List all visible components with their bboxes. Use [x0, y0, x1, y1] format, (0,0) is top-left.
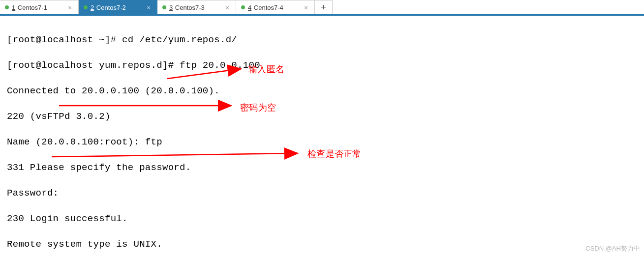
tab-label: 4 Centos7-4	[248, 4, 300, 11]
close-icon[interactable]: ×	[66, 4, 73, 11]
tab-label: 1 Centos7-1	[12, 4, 63, 11]
close-icon[interactable]: ×	[224, 4, 231, 11]
tab-centos7-3[interactable]: 3 Centos7-3 ×	[157, 0, 236, 14]
terminal-line: Remote system type is UNIX.	[7, 238, 637, 251]
terminal-line: [root@localhost ~]# cd /etc/yum.repos.d/	[7, 33, 637, 46]
terminal-line: 220 (vsFTPd 3.0.2)	[7, 110, 637, 123]
tab-bar: 1 Centos7-1 × 2 Centos7-2 × 3 Centos7-3 …	[0, 0, 644, 16]
tab-centos7-1[interactable]: 1 Centos7-1 ×	[0, 0, 79, 14]
arrow-icon	[59, 102, 236, 109]
watermark: CSDN @AH努力中	[585, 244, 640, 253]
status-dot-icon	[162, 5, 166, 9]
terminal-line: Name (20.0.0.100:root): ftp	[7, 136, 637, 148]
tab-label: 3 Centos7-3	[169, 4, 221, 11]
annotation-check-normal: 检查是否正常	[307, 147, 362, 160]
tab-label: 2 Centos7-2	[91, 4, 142, 11]
terminal-line: Connected to 20.0.0.100 (20.0.0.100).	[7, 85, 637, 97]
terminal-line: 230 Login successful.	[7, 212, 637, 225]
terminal-line: 331 Please specify the password.	[7, 161, 637, 174]
close-icon[interactable]: ×	[145, 4, 152, 11]
terminal-line: [root@localhost yum.repos.d]# ftp 20.0.0…	[7, 59, 637, 72]
add-tab-button[interactable]: +	[315, 0, 333, 14]
tab-centos7-4[interactable]: 4 Centos7-4 ×	[236, 0, 315, 14]
arrow-icon	[52, 151, 303, 158]
close-icon[interactable]: ×	[303, 4, 309, 11]
terminal-output[interactable]: [root@localhost ~]# cd /etc/yum.repos.d/…	[0, 16, 644, 256]
status-dot-icon	[241, 5, 245, 9]
svg-line-2	[52, 153, 298, 157]
status-dot-icon	[84, 5, 88, 9]
tab-centos7-2[interactable]: 2 Centos7-2 ×	[79, 0, 157, 14]
status-dot-icon	[5, 5, 9, 9]
terminal-line: Password:	[7, 187, 637, 199]
